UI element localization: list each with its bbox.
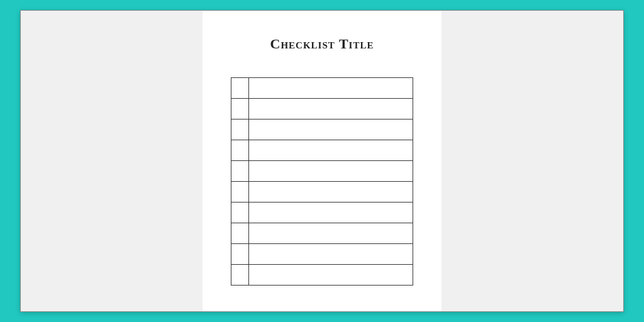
check-cell[interactable]	[231, 203, 249, 223]
check-cell[interactable]	[231, 99, 249, 119]
table-row	[231, 78, 413, 99]
table-row	[231, 140, 413, 161]
document-page: Checklist Title	[203, 11, 441, 311]
item-cell[interactable]	[249, 119, 413, 140]
check-cell[interactable]	[231, 182, 249, 203]
table-row	[231, 99, 413, 119]
item-cell[interactable]	[249, 99, 413, 119]
table-row	[231, 161, 413, 182]
item-cell[interactable]	[249, 265, 413, 286]
table-row	[231, 244, 413, 265]
item-cell[interactable]	[249, 140, 413, 161]
item-cell[interactable]	[249, 182, 413, 203]
check-cell[interactable]	[231, 223, 249, 244]
table-row	[231, 265, 413, 286]
table-row	[231, 182, 413, 203]
table-row	[231, 119, 413, 140]
check-cell[interactable]	[231, 161, 249, 182]
item-cell[interactable]	[249, 244, 413, 265]
item-cell[interactable]	[249, 78, 413, 99]
checklist-body	[231, 78, 413, 286]
check-cell[interactable]	[231, 119, 249, 140]
check-cell[interactable]	[231, 140, 249, 161]
item-cell[interactable]	[249, 223, 413, 244]
table-row	[231, 203, 413, 223]
check-cell[interactable]	[231, 244, 249, 265]
item-cell[interactable]	[249, 161, 413, 182]
check-cell[interactable]	[231, 265, 249, 286]
document-frame: Checklist Title	[20, 10, 624, 312]
item-cell[interactable]	[249, 203, 413, 223]
table-row	[231, 223, 413, 244]
checklist-title[interactable]: Checklist Title	[270, 36, 374, 52]
check-cell[interactable]	[231, 78, 249, 99]
checklist-table	[231, 77, 413, 286]
